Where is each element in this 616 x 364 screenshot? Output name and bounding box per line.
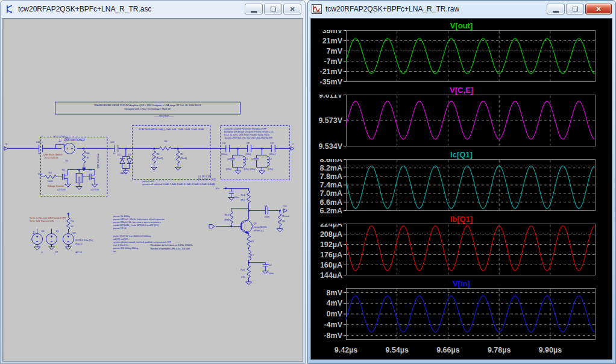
schematic-label[interactable]: [LRs]	[244, 168, 249, 171]
schematic-label[interactable]: [CRs]	[226, 168, 231, 171]
schematic-label[interactable]: Jct 2/7000-Ib	[45, 156, 59, 159]
schematic-label[interactable]: 50	[71, 225, 74, 228]
schematic-label[interactable]: .param 901 100ug 200ug	[113, 247, 138, 249]
schematic-label[interactable]: Out	[283, 204, 287, 207]
close-button[interactable]: ✕	[585, 4, 612, 14]
schematic-label[interactable]: C5	[227, 157, 231, 160]
schematic-label[interactable]: .param CRse 80p CRs 18p CKp 180p+80p Rp …	[224, 137, 272, 139]
schematic-label[interactable]: Q1	[253, 222, 257, 225]
schematic-label[interactable]: tclkin	[33, 231, 35, 236]
schematic-label[interactable]: R7	[180, 152, 184, 155]
trace-label[interactable]: V[out]	[311, 21, 612, 30]
schematic-label[interactable]: .model MPSH10_1 ako MPSH10 xjc=RF [XX]	[113, 224, 159, 227]
schematic-label[interactable]: M3	[89, 168, 92, 171]
schematic-label[interactable]: 100n	[234, 196, 239, 199]
schematic-label[interactable]: tx	[47, 234, 49, 236]
schematic-label[interactable]: Re1	[240, 268, 245, 271]
schematic-label[interactable]: M2	[61, 168, 65, 171]
schematic-label[interactable]: Vsw	[38, 172, 43, 175]
schematic-label[interactable]: R1	[251, 240, 255, 243]
schematic-label[interactable]: 1000	[48, 180, 54, 183]
schematic-label[interactable]: =2/7000	[90, 188, 99, 191]
schematic-label[interactable]: .param cal1 table(cal, 0,0dB, 1,3dB, 2,6…	[142, 183, 215, 186]
schematic-label[interactable]: Tst In: 12V Transmit ON	[30, 220, 54, 222]
schematic-label[interactable]: R4	[49, 171, 52, 174]
plot-area[interactable]: 35mV21mV7mV-7mV-21mV-35mV	[311, 30, 612, 84]
trace-label[interactable]: V[C,E]	[311, 86, 612, 95]
schematic-label[interactable]: Designed with I-Hear Technology / TXpin …	[124, 107, 171, 110]
schematic-label[interactable]: .options plotwinsize=0, method gauDisk c…	[113, 241, 172, 243]
schematic-label[interactable]: TRANSCEIVER CW RF POT RF Amplifier QSK +…	[94, 104, 201, 107]
schematic-label[interactable]: =2/7000	[57, 188, 66, 191]
schematic-label[interactable]: C2	[268, 263, 272, 266]
minimize-button[interactable]	[245, 4, 263, 14]
schematic-label[interactable]: C11	[36, 140, 41, 143]
schematic-label[interactable]: 1n	[113, 152, 115, 155]
schematic-label[interactable]: transjct(NJ)Sb	[253, 226, 266, 228]
schematic-label[interactable]: ------RFQRVF------	[154, 115, 174, 118]
schematic-label[interactable]: Nombre d'exemples 2Hz-0.1n, 100 000	[151, 248, 190, 250]
plot-area[interactable]: 8mV4mV0mV-4mV-8mV	[311, 288, 612, 342]
schematic-label[interactable]: .param RF 40	[113, 227, 127, 230]
schematic-label[interactable]: L1	[245, 157, 248, 160]
schematic-label[interactable]: Résolution de la fréquence 1GHz, 690kHz	[151, 244, 193, 246]
restore-button[interactable]	[566, 4, 584, 14]
schematic-label[interactable]: V3	[42, 230, 45, 233]
schematic-label[interactable]: .param RNx 0.2 Ω , because x series resi…	[113, 221, 161, 224]
schematic-label[interactable]: RLoad	[282, 215, 289, 218]
schematic-label[interactable]: .pulse V[Ctl] V2 rise 10001 10 1000ug	[113, 235, 151, 237]
schematic-label[interactable]: 100n	[264, 215, 269, 218]
schematic-label[interactable]: .param LW 1nH , Rx-In: Inductance of coi…	[113, 218, 165, 221]
schematic-label[interactable]: M1 =2/7000	[53, 135, 66, 138]
schematic-label[interactable]: Tst In: 0, Receiver ON Transmit OFF	[30, 217, 67, 219]
schematic-label[interactable]: .tran 0 10u 0 1n	[113, 244, 128, 246]
minimize-button[interactable]	[547, 4, 565, 14]
schematic-label[interactable]: R5	[156, 152, 160, 155]
schematic-label[interactable]: .param cal 0	[142, 180, 154, 183]
schematic-label[interactable]: Designed with Ansoft Designer Printed Ve…	[224, 131, 274, 133]
close-button[interactable]: ✕	[283, 4, 301, 14]
schematic-label[interactable]: Voltage Inverter	[48, 184, 64, 187]
schematic-titlebar[interactable]: tcw20RFAP2QSK+BPFc+LNA_R_TR.asc ✕	[1, 1, 305, 17]
schematic-label[interactable]: z	[292, 142, 294, 145]
schematic-label[interactable]: PI ATTENUATOR 0dB(-); 3dB, 6dB, 12dB, 16…	[139, 128, 204, 131]
plot-area[interactable]: 224µA208µA192µA176µA160µA144µA	[311, 224, 612, 278]
trace-label[interactable]: Ib[Q1]	[311, 215, 612, 224]
schematic-label[interactable]: 50	[65, 159, 68, 162]
schematic-label[interactable]: C2	[247, 142, 250, 145]
schematic-label[interactable]: L2	[269, 157, 272, 160]
schematic-label[interactable]: f 112. 11 turns, 1mm Inner Powder Toroid…	[224, 134, 269, 136]
plot-area[interactable]: 8.6mA8.2mA7.8mA7.4mA7.0mA6.6mA6.2mA	[311, 159, 612, 213]
schematic-label[interactable]: .param Rx 100kg	[113, 215, 130, 218]
schematic-label[interactable]: 10000	[78, 177, 81, 182]
schematic-label[interactable]: C1	[264, 204, 268, 207]
schematic-label[interactable]: [CKse]	[221, 153, 227, 155]
schematic-label[interactable]: [Rc]	[241, 198, 245, 201]
schematic-label[interactable]: [Rat1]	[180, 157, 187, 160]
schematic-label[interactable]: [CKs]	[246, 153, 251, 155]
schematic-label[interactable]: Rser 0	[75, 243, 82, 245]
schematic-label[interactable]: C3	[270, 142, 274, 145]
schematic-label[interactable]: QSK SWITCHER	[64, 139, 85, 142]
schematic-label[interactable]: 1n	[38, 152, 40, 155]
schematic-label[interactable]: R6	[164, 140, 168, 143]
schematic-label[interactable]: 0	[42, 251, 43, 254]
schematic-label[interactable]: C10	[110, 140, 115, 143]
schematic-label[interactable]: 50	[282, 219, 285, 222]
schematic-label[interactable]: BAV99	[121, 172, 127, 175]
schematic-label[interactable]: [Rb]	[224, 218, 228, 221]
schematic-label[interactable]: Capacity Coupled Resonator Bandpass RFF	[224, 128, 267, 130]
schematic-label[interactable]: D1	[118, 153, 121, 156]
schematic-label[interactable]: ( 0, [W, 0, [W]	[198, 175, 211, 178]
restore-button[interactable]	[264, 4, 282, 14]
schematic-label[interactable]: RXPFG 10m [Ps]	[75, 239, 93, 242]
schematic-label[interactable]: AC 10	[75, 251, 81, 254]
schematic-label[interactable]: L7	[251, 254, 254, 257]
schematic-label[interactable]: Rb1	[224, 213, 229, 216]
schematic-label[interactable]: [CRs]	[250, 168, 256, 171]
schematic-label[interactable]: MPSH10_1	[253, 230, 264, 232]
schematic-label[interactable]: V2	[72, 231, 76, 234]
schematic-label[interactable]: In	[5, 142, 7, 145]
schematic-label[interactable]: [Rat2]	[156, 157, 163, 160]
schematic-label[interactable]: C4	[222, 142, 226, 145]
